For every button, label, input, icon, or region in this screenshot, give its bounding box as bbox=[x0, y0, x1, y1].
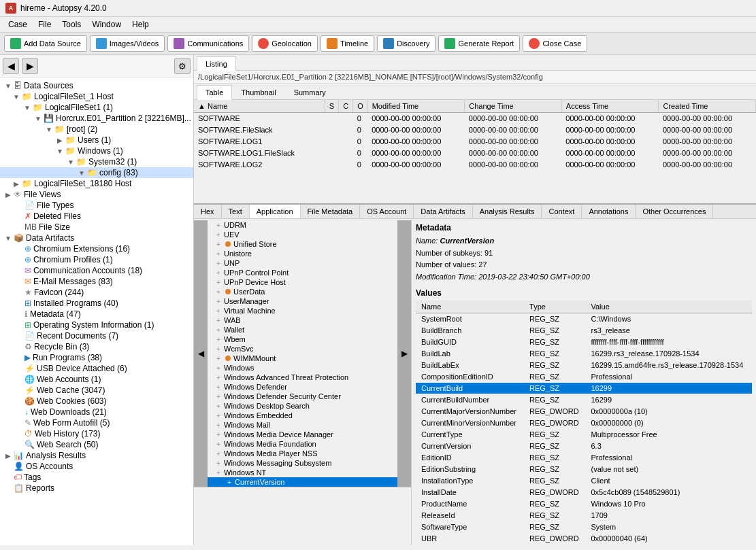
reg-item[interactable]: + Wallet bbox=[208, 325, 397, 334]
tree-item[interactable]: ↓ Web Downloads (21) bbox=[0, 407, 193, 417]
tree-item[interactable]: 🔍 Web Search (50) bbox=[0, 439, 193, 450]
reg-item[interactable]: + Windows Mail bbox=[208, 420, 397, 430]
tree-toggle[interactable]: ▼ bbox=[54, 148, 65, 155]
reg-toggle[interactable]: + bbox=[213, 298, 224, 305]
tab-annotations[interactable]: Annotations bbox=[582, 205, 636, 218]
reg-toggle[interactable]: + bbox=[213, 431, 224, 439]
tab-summary[interactable]: Summary bbox=[285, 85, 335, 99]
tree-toggle[interactable]: ▼ bbox=[33, 115, 44, 122]
reg-toggle[interactable]: + bbox=[213, 250, 224, 258]
menu-file[interactable]: File bbox=[33, 18, 56, 31]
col-s[interactable]: S bbox=[325, 100, 338, 113]
reg-toggle[interactable]: + bbox=[213, 412, 224, 419]
reg-toggle[interactable]: + bbox=[213, 393, 224, 400]
reg-item[interactable]: + Windows NT bbox=[208, 468, 397, 477]
images-videos-button[interactable]: Images/Videos bbox=[90, 35, 165, 52]
tree-item[interactable]: 🏷 Tags bbox=[0, 472, 193, 483]
tree-item[interactable]: ▼ 🗄 Data Sources bbox=[0, 80, 193, 91]
tree-item[interactable]: ⊞ Installed Programs (40) bbox=[0, 298, 193, 309]
tab-file-metadata[interactable]: File Metadata bbox=[301, 205, 361, 218]
menu-window[interactable]: Window bbox=[86, 18, 127, 31]
values-row[interactable]: BuildLabEx REG_SZ 16299.15.amd64fre.rs3_… bbox=[416, 360, 752, 371]
reg-toggle[interactable]: + bbox=[213, 231, 224, 239]
reg-toggle[interactable]: + bbox=[213, 326, 224, 334]
add-data-source-button[interactable]: Add Data Source bbox=[4, 35, 87, 52]
reg-item[interactable]: + Unistore bbox=[208, 249, 397, 258]
reg-item[interactable]: + Windows Messaging Subsystem bbox=[208, 458, 397, 468]
tree-toggle[interactable]: ▶ bbox=[3, 191, 14, 199]
reg-item[interactable]: + Windows Media Foundation bbox=[208, 439, 397, 449]
tree-item[interactable]: ⚡ Web Cache (3047) bbox=[0, 385, 193, 396]
tab-analysis-results[interactable]: Analysis Results bbox=[473, 205, 542, 218]
tree-item[interactable]: ⏱ Web History (173) bbox=[0, 428, 193, 439]
col-change[interactable]: Change Time bbox=[465, 100, 562, 113]
communications-button[interactable]: Communications bbox=[167, 35, 249, 52]
values-row[interactable]: CompositionEditionID REG_SZ Professional bbox=[416, 371, 752, 383]
tree-item[interactable]: 📋 Reports bbox=[0, 483, 193, 494]
tree-toggle[interactable]: ▼ bbox=[22, 104, 33, 111]
reg-item[interactable]: + UserData bbox=[208, 287, 397, 296]
tree-item[interactable]: ⚡ USB Device Attached (6) bbox=[0, 363, 193, 374]
tab-other-occurrences[interactable]: Other Occurrences bbox=[636, 205, 713, 218]
reg-toggle[interactable]: + bbox=[213, 441, 224, 448]
col-name[interactable]: ▲ Name bbox=[194, 100, 325, 113]
tree-item[interactable]: ✉ E-Mail Messages (83) bbox=[0, 276, 193, 287]
reg-item[interactable]: + UNP bbox=[208, 258, 397, 268]
reg-item[interactable]: + Windows Media Player NSS bbox=[208, 449, 397, 458]
reg-item[interactable]: + WcmSvc bbox=[208, 344, 397, 354]
reg-item[interactable]: + WIMMMount bbox=[208, 354, 397, 363]
tree-item[interactable]: ⊕ Chromium Profiles (1) bbox=[0, 254, 193, 265]
tree-item[interactable]: ▼ 📁 [root] (2) bbox=[0, 124, 193, 135]
generate-report-button[interactable]: Generate Report bbox=[438, 35, 520, 52]
tree-toggle[interactable]: ▼ bbox=[65, 158, 76, 166]
tree-item[interactable]: 🍪 Web Cookies (603) bbox=[0, 396, 193, 407]
values-row[interactable]: CurrentBuildNumber REG_SZ 16299 bbox=[416, 394, 752, 406]
reg-toggle[interactable]: + bbox=[213, 345, 224, 353]
reg-toggle[interactable]: + bbox=[213, 469, 224, 477]
values-row[interactable]: SystemRoot REG_SZ C:\Windows bbox=[416, 313, 752, 325]
reg-item[interactable]: + Virtual Machine bbox=[208, 306, 397, 315]
values-row[interactable]: CurrentType REG_SZ Multiprocessor Free bbox=[416, 429, 752, 441]
tree-item[interactable]: ▶ 📁 LogicalFileSet_18180 Host bbox=[0, 178, 193, 189]
reg-toggle[interactable]: + bbox=[213, 402, 224, 410]
values-row[interactable]: BuildBranch REG_SZ rs3_release bbox=[416, 325, 752, 337]
table-row[interactable]: SOFTWARE 0 0000-00-00 00:00:00 0000-00-0… bbox=[194, 113, 756, 124]
tree-item[interactable]: ✉ Communication Accounts (18) bbox=[0, 265, 193, 276]
tree-item[interactable]: ⊕ Chromium Extensions (16) bbox=[0, 243, 193, 254]
values-row[interactable]: InstallDate REG_DWORD 0x5c4cb089 (154852… bbox=[416, 487, 752, 498]
geolocation-button[interactable]: Geolocation bbox=[252, 35, 318, 52]
tree-toggle[interactable]: ▼ bbox=[76, 169, 87, 177]
menu-help[interactable]: Help bbox=[127, 18, 154, 31]
tree-item[interactable]: ▼ 📁 Windows (1) bbox=[0, 145, 193, 156]
tab-data-artifacts[interactable]: Data Artifacts bbox=[414, 205, 472, 218]
menu-case[interactable]: Case bbox=[3, 18, 33, 31]
reg-toggle[interactable]: + bbox=[213, 307, 224, 315]
reg-item[interactable]: + Windows Defender Security Center bbox=[208, 392, 397, 401]
tree-item[interactable]: ✎ Web Form Autofill (5) bbox=[0, 417, 193, 428]
values-row[interactable]: EditionID REG_SZ Professional bbox=[416, 452, 752, 464]
reg-toggle[interactable]: + bbox=[213, 336, 224, 343]
menu-tools[interactable]: Tools bbox=[56, 18, 86, 31]
tree-item[interactable]: ▶ 📊 Analysis Results bbox=[0, 450, 193, 461]
tab-os-account[interactable]: OS Account bbox=[360, 205, 414, 218]
tree-toggle[interactable]: ▼ bbox=[11, 93, 22, 101]
tree-toggle[interactable]: ▼ bbox=[44, 126, 54, 133]
values-row[interactable]: InstallationType REG_SZ Client bbox=[416, 475, 752, 487]
values-row[interactable]: EditionSubstring REG_SZ (value not set) bbox=[416, 464, 752, 475]
tree-item[interactable]: ✗ Deleted Files bbox=[0, 211, 193, 222]
tree-toggle[interactable]: ▶ bbox=[11, 180, 22, 188]
table-row[interactable]: SOFTWARE.LOG2 0 0000-00-00 00:00:00 0000… bbox=[194, 159, 756, 171]
tree-item[interactable]: 📄 File Types bbox=[0, 200, 193, 211]
tab-listing[interactable]: Listing bbox=[197, 56, 236, 71]
reg-item[interactable]: + Windows Embedded bbox=[208, 411, 397, 420]
reg-item[interactable]: + UEV bbox=[208, 230, 397, 239]
file-table-container[interactable]: ▲ Name S C O Modified Time Change Time A… bbox=[194, 100, 756, 203]
tab-text[interactable]: Text bbox=[222, 205, 250, 218]
col-modified[interactable]: Modified Time bbox=[367, 100, 465, 113]
reg-toggle[interactable]: + bbox=[213, 317, 224, 324]
tree-item[interactable]: ⊞ Operating System Information (1) bbox=[0, 320, 193, 330]
reg-toggle[interactable]: + bbox=[213, 260, 224, 267]
tab-application[interactable]: Application bbox=[250, 205, 301, 218]
table-row[interactable]: SOFTWARE.LOG1.FileSlack 0 0000-00-00 00:… bbox=[194, 148, 756, 159]
reg-item[interactable]: + Windows Advanced Threat Protection bbox=[208, 373, 397, 382]
